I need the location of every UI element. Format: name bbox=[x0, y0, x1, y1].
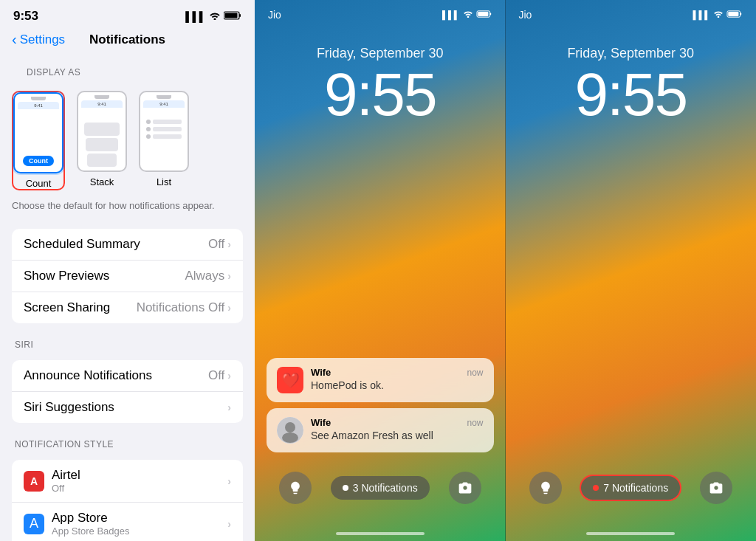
display-option-list[interactable]: 9:41 bbox=[139, 91, 189, 190]
back-button[interactable]: ‹ Settings bbox=[12, 31, 65, 48]
right-torch-icon[interactable] bbox=[529, 472, 562, 504]
notification-card-1[interactable]: ❤️ Wife now HomePod is ok. bbox=[267, 358, 494, 402]
scheduled-summary-value: Off bbox=[208, 237, 224, 252]
phone-mockup-list: 9:41 bbox=[139, 91, 189, 172]
right-pill-dot bbox=[593, 485, 599, 491]
svg-rect-10 bbox=[740, 13, 742, 15]
svg-point-8 bbox=[282, 433, 298, 443]
display-options: 9:41 Count Count 9:41 bbox=[12, 82, 243, 199]
right-phone-status-icons: ▌▌▌ bbox=[693, 10, 743, 20]
wifi-icon bbox=[209, 11, 221, 22]
scheduled-summary-title: Scheduled Summary bbox=[24, 237, 140, 252]
right-signal-icon: ▌▌▌ bbox=[693, 10, 710, 19]
notif-app-2: Wife bbox=[311, 417, 331, 428]
siri-suggestions-title: Siri Suggestions bbox=[24, 400, 114, 415]
right-phone-date: Friday, September 30 bbox=[506, 46, 757, 61]
appstore-text: App Store App Store Badges bbox=[52, 511, 130, 537]
svg-rect-11 bbox=[728, 12, 738, 16]
notif-content-1: Wife now HomePod is ok. bbox=[311, 367, 484, 391]
list-dot-1 bbox=[146, 120, 151, 124]
airtel-icon-text: A bbox=[30, 475, 38, 487]
siri-section-label: SIRI bbox=[0, 329, 255, 354]
list-label: List bbox=[157, 176, 171, 187]
chevron-icon-2: › bbox=[227, 270, 231, 282]
stack-line-3 bbox=[87, 154, 117, 167]
airtel-title: Airtel bbox=[52, 468, 80, 483]
count-badge: Count bbox=[23, 156, 54, 166]
settings-panel: 9:53 ▌▌▌ ‹ Settings Notifications bbox=[0, 0, 255, 541]
right-phone-time: 9:55 bbox=[506, 64, 757, 125]
notification-card-2[interactable]: Wife now See Amazon Fresh as well bbox=[267, 408, 494, 452]
left-phone-bottom-bar: 3 Notifications bbox=[255, 472, 506, 504]
status-bar: 9:53 ▌▌▌ bbox=[0, 0, 255, 28]
back-chevron-icon: ‹ bbox=[12, 31, 17, 48]
phone-screen-top-list: 9:41 bbox=[143, 100, 185, 108]
right-pill-text: 7 Notifications bbox=[603, 482, 668, 494]
notif-time-1: now bbox=[467, 368, 483, 378]
left-phone-date: Friday, September 30 bbox=[255, 46, 506, 61]
airtel-row-left: A Airtel Off bbox=[24, 468, 80, 494]
status-time: 9:53 bbox=[13, 9, 38, 24]
announce-notifications-row[interactable]: Announce Notifications Off › bbox=[12, 360, 243, 392]
left-camera-icon[interactable] bbox=[449, 472, 481, 504]
list-bar-3 bbox=[153, 134, 182, 139]
notif-content-2: Wife now See Amazon Fresh as well bbox=[311, 417, 484, 441]
notif-icon-msg bbox=[277, 417, 303, 444]
show-previews-row[interactable]: Show Previews Always › bbox=[12, 261, 243, 292]
notification-style-group: A Airtel Off › A App Store bbox=[12, 460, 243, 541]
list-dot-3 bbox=[146, 134, 151, 139]
siri-suggestions-right: › bbox=[227, 402, 231, 413]
left-torch-icon[interactable] bbox=[279, 472, 312, 504]
scheduled-summary-right: Off › bbox=[208, 237, 231, 252]
nav-bar: ‹ Settings Notifications bbox=[0, 28, 255, 57]
svg-point-7 bbox=[285, 422, 295, 433]
left-pill-text: 3 Notifications bbox=[353, 482, 418, 494]
scheduled-summary-row[interactable]: Scheduled Summary Off › bbox=[12, 229, 243, 261]
airtel-subtitle: Off bbox=[52, 483, 80, 494]
phone-notch-stack bbox=[94, 95, 109, 99]
right-home-indicator bbox=[586, 532, 675, 535]
left-phone-carrier: Jio bbox=[268, 9, 281, 21]
left-wifi-icon bbox=[463, 10, 473, 20]
list-line-3 bbox=[146, 134, 182, 139]
appstore-row[interactable]: A App Store App Store Badges › bbox=[12, 503, 243, 541]
appstore-row-left: A App Store App Store Badges bbox=[24, 511, 130, 537]
show-previews-right: Always › bbox=[185, 269, 231, 283]
right-wifi-icon bbox=[713, 10, 724, 20]
list-dot-2 bbox=[146, 127, 151, 131]
chevron-icon-7: › bbox=[227, 518, 231, 530]
display-option-stack[interactable]: 9:41 Stack bbox=[77, 91, 127, 190]
status-icons: ▌▌▌ bbox=[185, 11, 241, 22]
airtel-text: Airtel Off bbox=[52, 468, 80, 494]
notif-icon-heart: ❤️ bbox=[277, 367, 303, 393]
display-as-section: DISPLAY AS 9:41 Count Count 9:41 bbox=[0, 57, 255, 223]
phone-notch-list bbox=[157, 95, 171, 99]
list-bar-2 bbox=[153, 127, 182, 131]
airtel-row[interactable]: A Airtel Off › bbox=[12, 460, 243, 503]
chevron-icon-4: › bbox=[227, 370, 231, 382]
appstore-subtitle: App Store Badges bbox=[52, 526, 130, 537]
left-home-indicator bbox=[336, 532, 425, 535]
chevron-icon-3: › bbox=[227, 302, 231, 314]
svg-rect-2 bbox=[225, 13, 238, 18]
phones-container: Jio ▌▌▌ Friday, September 30 9:5 bbox=[255, 0, 756, 541]
siri-settings-group: Announce Notifications Off › Siri Sugges… bbox=[12, 360, 243, 423]
right-camera-icon[interactable] bbox=[700, 472, 732, 504]
notif-time-2: now bbox=[467, 418, 483, 428]
phone-screen-top: 9:41 bbox=[18, 102, 59, 109]
siri-suggestions-row[interactable]: Siri Suggestions › bbox=[12, 392, 243, 423]
phone-notch bbox=[31, 97, 46, 100]
left-phone-time: 9:55 bbox=[255, 64, 506, 125]
svg-rect-5 bbox=[478, 12, 488, 16]
left-notifications-pill[interactable]: 3 Notifications bbox=[331, 476, 430, 500]
display-as-label: DISPLAY AS bbox=[12, 57, 243, 82]
appstore-title: App Store bbox=[52, 511, 130, 526]
stack-line-2 bbox=[86, 138, 118, 151]
right-notifications-pill[interactable]: 7 Notifications bbox=[580, 475, 681, 501]
signal-icon: ▌▌▌ bbox=[185, 11, 206, 22]
screen-sharing-row[interactable]: Screen Sharing Notifications Off › bbox=[12, 292, 243, 323]
stack-lines bbox=[84, 123, 120, 167]
notification-style-label: NOTIFICATION STYLE bbox=[0, 429, 255, 454]
display-option-count[interactable]: 9:41 Count Count bbox=[12, 91, 65, 190]
appstore-icon-symbol: A bbox=[30, 516, 38, 531]
